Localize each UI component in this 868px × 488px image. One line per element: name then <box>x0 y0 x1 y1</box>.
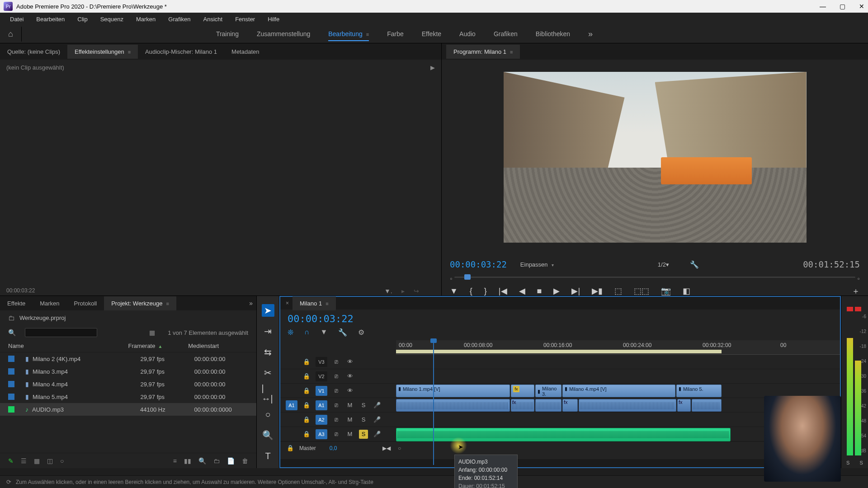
lift-button[interactable]: ⬚ <box>614 286 622 296</box>
source-patch[interactable]: A1 <box>286 400 297 410</box>
project-item[interactable]: ▮Milano 4.mp429,97 fps00:00:00:00 <box>0 378 256 390</box>
pen-tool[interactable]: ○ <box>262 408 274 421</box>
track-header-a3[interactable]: 🔒A3⎚MS🎤 <box>280 427 396 441</box>
sync-lock-icon[interactable]: ⎚ <box>332 401 341 410</box>
thumbnail-toggle-icon[interactable]: ▦ <box>149 329 155 336</box>
sync-lock-icon[interactable]: ⎚ <box>332 357 341 366</box>
work-area-bar[interactable] <box>396 350 722 353</box>
maximize-button[interactable]: ▢ <box>840 3 845 10</box>
zoom-slider-icon[interactable]: ○ <box>60 457 64 465</box>
workspace-audio[interactable]: Audio <box>459 28 476 41</box>
column-name[interactable]: Name <box>8 343 128 349</box>
slip-tool[interactable]: |↔| <box>262 387 274 400</box>
filter-icon[interactable]: ▼. <box>384 287 392 295</box>
hand-tool[interactable]: 🔍 <box>262 429 274 441</box>
column-medienstart[interactable]: Medienstart <box>188 343 248 349</box>
video-clip[interactable]: ▮Milano 5. <box>676 385 722 397</box>
auto-sequence-icon[interactable]: ▮▮ <box>184 457 191 465</box>
clip-indicator-left[interactable] <box>847 307 853 311</box>
write-mode-icon[interactable]: ✎ <box>8 457 14 465</box>
panel-menu-icon[interactable]: ≡ <box>166 301 169 306</box>
panel-menu-icon[interactable]: ≡ <box>510 49 513 55</box>
tab-project[interactable]: Projekt: Werkzeuge≡ <box>104 296 176 310</box>
lock-icon[interactable]: 🔒 <box>302 415 311 424</box>
menu-bearbeiten[interactable]: Bearbeiten <box>31 14 70 24</box>
project-item[interactable]: ▮Milano 2 (4K).mp429,97 fps00:00:00:00 <box>0 352 256 365</box>
eye-icon[interactable]: 👁 <box>345 372 354 381</box>
sync-lock-icon[interactable]: ⎚ <box>332 372 341 381</box>
menu-grafiken[interactable]: Grafiken <box>163 14 196 24</box>
panel-menu-icon[interactable]: ≡ <box>128 49 131 55</box>
track-label[interactable]: V1 <box>316 386 327 396</box>
lock-icon[interactable]: 🔒 <box>302 357 311 366</box>
sort-icon[interactable]: ≡ <box>173 457 177 465</box>
insert-icon[interactable]: ▸ <box>401 287 405 295</box>
audio-clip[interactable]: fx <box>562 399 578 412</box>
type-tool[interactable]: T <box>262 450 274 462</box>
track-header-v1[interactable]: 🔒V1⎚👁 <box>280 384 396 398</box>
sequence-tab[interactable]: Milano 1≡ <box>292 296 336 310</box>
tab-markers[interactable]: Marken <box>33 296 66 310</box>
track-header-v2[interactable]: 🔒V2⎚👁 <box>280 369 396 384</box>
home-button[interactable]: ⌂ <box>0 27 22 42</box>
panel-overflow-button[interactable]: » <box>249 300 253 307</box>
lock-icon[interactable]: 🔒 <box>302 386 311 395</box>
program-current-timecode[interactable]: 00:00:03:22 <box>450 259 507 269</box>
freeform-view-icon[interactable]: ◫ <box>47 457 53 465</box>
linked-selection-icon[interactable]: ∩ <box>304 328 310 337</box>
settings-icon[interactable]: 🔧 <box>690 260 699 269</box>
menu-sequenz[interactable]: Sequenz <box>95 14 129 24</box>
ripple-edit-tool[interactable]: ⇆ <box>262 346 274 358</box>
step-back-button[interactable]: ◀ <box>519 286 525 296</box>
razor-tool[interactable]: ✂ <box>262 366 274 379</box>
track-label[interactable]: V3 <box>316 357 327 367</box>
disclosure-icon[interactable]: ▶ <box>430 64 435 71</box>
program-video-view[interactable] <box>504 72 807 243</box>
workspace-bibliotheken[interactable]: Bibliotheken <box>536 28 570 41</box>
icon-view-icon[interactable]: ▦ <box>34 457 40 465</box>
menu-clip[interactable]: Clip <box>72 14 93 24</box>
clip-indicator-right[interactable] <box>855 307 861 311</box>
new-item-icon[interactable]: 📄 <box>227 457 235 465</box>
voice-over-icon[interactable]: 🎤 <box>373 415 382 424</box>
mute-button[interactable]: M <box>345 401 354 410</box>
panel-menu-icon[interactable]: ≡ <box>326 301 328 306</box>
sync-lock-icon[interactable]: ⎚ <box>332 386 341 395</box>
lock-icon[interactable]: 🔒 <box>286 444 295 453</box>
track-header-v3[interactable]: 🔒V3⎚👁 <box>280 355 396 369</box>
track-label[interactable]: A3 <box>316 429 327 439</box>
video-clip[interactable]: fx <box>511 385 534 397</box>
audio-clip[interactable] <box>692 399 722 412</box>
column-framerate[interactable]: Framerate▲ <box>128 343 189 349</box>
track-label[interactable]: V2 <box>316 371 327 381</box>
solo-button[interactable]: S <box>359 430 368 439</box>
track-header-a2[interactable]: 🔒A2⎚MS🎤 <box>280 413 396 427</box>
sync-lock-icon[interactable]: ⎚ <box>332 430 341 439</box>
video-clip[interactable]: ▮Milano 3. <box>535 385 561 397</box>
settings2-icon[interactable]: ⚙ <box>358 328 364 337</box>
close-button[interactable]: ✕ <box>859 3 864 10</box>
playhead[interactable] <box>433 338 434 465</box>
program-scrubber[interactable]: ◦ ◦ <box>450 272 860 283</box>
track-select-tool[interactable]: ⇥ <box>262 325 274 338</box>
marker-left-icon[interactable]: ◦ <box>450 275 453 283</box>
selection-tool[interactable]: ➤ <box>262 304 274 317</box>
workspace-effekte[interactable]: Effekte <box>422 28 441 41</box>
new-bin-icon[interactable]: 🗀 <box>213 457 220 465</box>
tab-history[interactable]: Protokoll <box>67 296 104 310</box>
track-lane-v3[interactable] <box>396 355 840 369</box>
audio-clip[interactable] <box>579 399 676 412</box>
sync-icon[interactable]: ⟳ <box>6 479 11 485</box>
play-button[interactable]: ▶ <box>553 286 560 296</box>
track-lane-v2[interactable] <box>396 369 840 384</box>
tab-audio-mixer[interactable]: Audioclip-Mischer: Milano 1 <box>138 45 224 59</box>
export-frame-button[interactable]: 📷 <box>661 286 671 296</box>
timeline-timecode[interactable]: 00:00:03:22 <box>288 313 354 324</box>
music-clip[interactable] <box>396 428 731 441</box>
project-search-input[interactable] <box>25 328 97 337</box>
scrubber-handle[interactable] <box>464 274 471 280</box>
overwrite-icon[interactable]: ↪ <box>414 287 419 295</box>
audio-clip[interactable] <box>396 399 510 412</box>
time-ruler[interactable]: 00:00 00:00:08:00 00:00:16:00 00:00:24:0… <box>396 340 840 355</box>
find-icon[interactable]: 🔍 <box>198 457 206 465</box>
